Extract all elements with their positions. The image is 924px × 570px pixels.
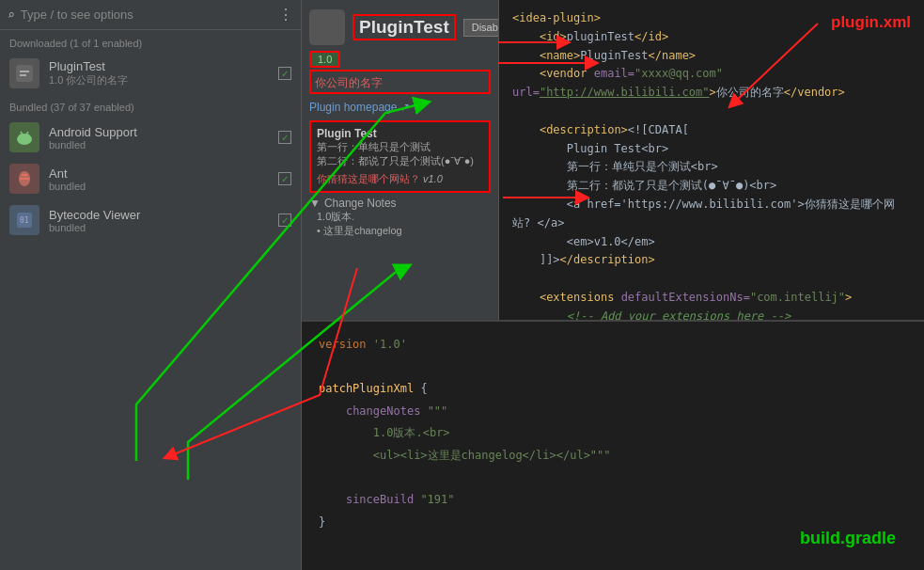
bytecode-version: bundled: [49, 222, 269, 233]
company-name: 你公司的名字: [315, 76, 383, 89]
right-content: PluginTest Disable ▾ 1.0 你公司的名字: [302, 0, 924, 570]
desc-link: 你猜猜这是哪个网站？: [317, 173, 420, 184]
svg-point-5: [27, 135, 30, 137]
search-placeholder: Type / to see options: [21, 8, 133, 22]
xml-code: <idea-plugin> <id>pluginTest</id> <name>…: [512, 11, 895, 320]
svg-text:01: 01: [20, 216, 29, 225]
plugin-item-bytecode[interactable]: 01 Bytecode Viewer bundled: [0, 199, 301, 241]
ant-name: Ant: [49, 166, 269, 181]
plugintest-checkbox[interactable]: [278, 67, 291, 80]
change-notes-header[interactable]: ▼ Change Notes: [309, 197, 491, 210]
bytecode-name: Bytecode Viewer: [49, 208, 269, 222]
plugintest-version: 1.0 你公司的名字: [49, 73, 269, 87]
plugintest-name: PluginTest: [49, 59, 269, 73]
plugin-item-ant[interactable]: Ant bundled: [0, 158, 301, 199]
plugin-item-android[interactable]: Android Support bundled: [0, 117, 301, 158]
change-notes-section: ▼ Change Notes 1.0版本. • 这里是changelog: [309, 197, 491, 238]
svg-rect-2: [20, 74, 26, 76]
detail-plugin-icon: [309, 9, 345, 45]
search-bar[interactable]: ⌕ Type / to see options ⋮: [0, 0, 301, 30]
svg-rect-1: [20, 71, 29, 72]
gradle-label: build.gradle: [800, 523, 896, 553]
plugintest-info: PluginTest 1.0 你公司的名字: [49, 59, 269, 87]
company-box: 你公司的名字: [309, 70, 491, 94]
ant-icon: [9, 164, 39, 194]
android-info: Android Support bundled: [49, 125, 269, 150]
android-name: Android Support: [49, 125, 269, 139]
disable-button[interactable]: Disable: [463, 19, 499, 37]
gradle-code-panel: build.gradle version '1.0' patchPluginXm…: [302, 320, 924, 570]
gradle-code: version '1.0' patchPluginXml { changeNot…: [319, 338, 611, 529]
bytecode-icon: 01: [9, 205, 39, 235]
desc-version: v1.0: [423, 173, 443, 184]
version-badge: 1.0: [309, 51, 340, 68]
plugintest-icon: [9, 58, 39, 88]
more-options-button[interactable]: ⋮: [278, 6, 293, 24]
plugin-homepage-link[interactable]: Plugin homepage ↗: [309, 98, 491, 117]
xml-code-panel: plugin.xml <idea-plugin> <id>pluginTest<…: [499, 0, 924, 320]
change-notes-label: Change Notes: [324, 197, 397, 210]
desc-title: Plugin Test: [317, 127, 483, 140]
top-right: PluginTest Disable ▾ 1.0 你公司的名字: [302, 0, 924, 320]
desc-line1: 第一行：单纯只是个测试: [317, 140, 483, 154]
bytecode-info: Bytecode Viewer bundled: [49, 208, 269, 233]
desc-line2: 第二行：都说了只是个测试(●ˉ∀ˉ●): [317, 154, 483, 168]
detail-plugin-name-box: PluginTest: [352, 14, 456, 40]
change-notes-version: 1.0版本.: [309, 210, 491, 224]
disable-button-group[interactable]: Disable ▾: [463, 19, 499, 37]
android-checkbox[interactable]: [278, 131, 291, 144]
svg-point-3: [17, 134, 32, 145]
version-badge-row: 1.0: [309, 49, 491, 68]
bundled-section-label: Bundled (37 of 37 enabled): [0, 94, 301, 117]
android-version: bundled: [49, 139, 269, 150]
plugin-item-plugintest[interactable]: PluginTest 1.0 你公司的名字: [0, 53, 301, 94]
svg-point-4: [20, 135, 23, 137]
android-icon: [9, 122, 39, 152]
bytecode-checkbox[interactable]: [278, 214, 291, 227]
description-box: Plugin Test 第一行：单纯只是个测试 第二行：都说了只是个测试(●ˉ∀…: [309, 120, 491, 193]
ant-info: Ant bundled: [49, 166, 269, 192]
search-icon: ⌕: [8, 8, 15, 22]
downloaded-section-label: Downloaded (1 of 1 enabled): [0, 30, 301, 53]
ant-version: bundled: [49, 181, 269, 192]
detail-plugin-name: PluginTest: [359, 17, 449, 37]
change-notes-toggle-icon: ▼: [309, 197, 321, 210]
main-container: ⌕ Type / to see options ⋮ Downloaded (1 …: [0, 0, 924, 570]
left-panel: ⌕ Type / to see options ⋮ Downloaded (1 …: [0, 0, 302, 570]
xml-label: plugin.xml: [831, 9, 911, 36]
svg-rect-0: [16, 65, 33, 82]
detail-header: PluginTest Disable ▾: [309, 9, 491, 45]
plugin-detail-panel: PluginTest Disable ▾ 1.0 你公司的名字: [302, 0, 499, 320]
ant-checkbox[interactable]: [278, 172, 291, 185]
change-notes-item: • 这里是changelog: [309, 224, 491, 238]
